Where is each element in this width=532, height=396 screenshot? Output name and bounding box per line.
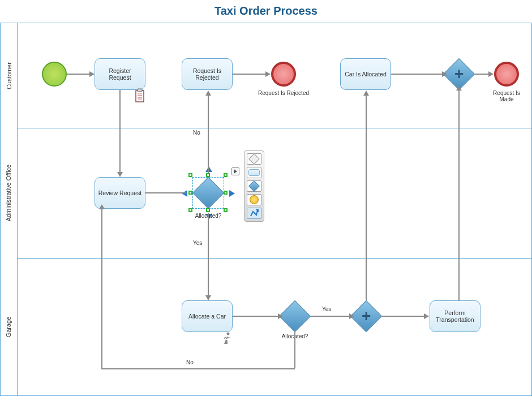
arrowhead [424,313,429,319]
resize-handle-ne[interactable] [224,173,228,177]
smart-connector-option[interactable] [247,208,261,219]
plus-icon: + [362,308,371,324]
gateway-shape-icon [248,153,260,165]
end-event-made[interactable] [494,62,519,87]
selection-handles [188,173,228,213]
resize-handle-e[interactable] [224,191,228,195]
arrowhead [89,71,95,77]
arrowhead [205,295,211,300]
task-shape-icon [248,169,260,176]
resize-handle-s[interactable] [206,208,210,212]
task-request-rejected[interactable]: Request Is Rejected [182,58,233,90]
resize-handle-n[interactable] [206,173,210,177]
edge-fork-carallocated [366,96,367,300]
gateway-allocated-2[interactable] [279,300,311,333]
lane-garage: Garage [1,258,18,396]
arrowhead [205,91,211,96]
task-label: Allocate a Car [188,313,226,320]
edge-no-rejected [208,96,209,173]
task-car-allocated[interactable]: Car Is Allocated [340,58,391,90]
svg-point-6 [227,333,230,335]
event-shape-icon [250,195,259,204]
plus-icon: + [454,66,464,82]
task-register-request[interactable]: Register Request [95,58,145,90]
connector-arrow-n[interactable] [205,166,212,172]
end-event-made-label: Request Is Made [488,90,525,102]
end-event-rejected-label: Request Is Rejected [252,90,315,96]
lane-divider-1 [18,128,531,128]
task-label: Request Is Rejected [185,67,230,81]
smart-gateway-filled-option[interactable] [247,180,261,192]
edge-no2-seg1 [294,332,295,368]
gateway-filled-icon [248,180,260,192]
task-allocate-car[interactable]: Allocate a Car [182,300,233,332]
resize-handle-sw[interactable] [188,208,192,212]
edge-carallocated-merge [391,74,443,75]
arrowhead [99,204,105,209]
edge-register-review [119,90,121,173]
task-perform-transportation[interactable]: Perform Transportation [430,300,480,332]
arrowhead [363,91,369,96]
resize-handle-se[interactable] [224,208,228,212]
arrowhead [349,313,354,319]
arrowhead [278,313,283,319]
arrowhead [265,71,271,77]
connector-arrow-e[interactable] [229,190,235,197]
edge-yes-label-1: Yes [193,240,202,246]
edge-no-label: No [193,130,200,136]
arrowhead [456,85,462,91]
edge-no2-label: No [186,359,194,365]
arrowhead [442,71,447,77]
smart-event-option[interactable] [247,194,261,205]
gateway-parallel-fork[interactable]: + [350,300,383,333]
task-label: Register Request [97,67,143,81]
edge-yes-allocate [208,213,209,296]
lane-divider-2 [18,258,531,259]
edge-no2-seg3 [101,209,102,369]
edge-review-gateway1 [145,192,186,193]
start-event[interactable] [42,62,67,87]
lane-customer-label: Customer [6,62,12,89]
svg-rect-1 [138,89,142,92]
edge-rejectedtask-endrejected [233,74,267,75]
edge-transport-merge [458,90,460,300]
edge-yes-label-2: Yes [322,306,331,312]
diagram-title: Taxi Order Process [0,5,532,18]
lane-admin: Administrative Office [1,128,18,258]
edge-fork-transport [382,316,425,317]
lane-admin-label: Administrative Office [6,165,12,222]
edge-start-register [67,74,91,75]
svg-rect-0 [136,91,144,102]
arrowhead [488,71,494,77]
lane-garage-label: Garage [6,317,12,338]
arrowhead [117,172,123,177]
play-icon [234,169,237,174]
smart-gateway-option[interactable] [247,153,261,165]
resize-handle-w[interactable] [188,191,192,195]
arrow-icon [250,209,259,217]
end-event-rejected[interactable] [271,62,296,87]
selection-outline [192,177,224,209]
edge-gateway2-fork [311,316,350,317]
edge-merge-endmade [475,74,490,75]
bpmn-diagram-canvas[interactable]: Customer Administrative Office Garage Re… [0,23,532,396]
play-button[interactable] [231,167,239,175]
lane-customer: Customer [1,23,18,128]
resize-handle-nw[interactable] [188,173,192,177]
clipboard-icon [134,88,145,103]
running-person-icon [220,332,234,345]
task-label: Perform Transportation [432,309,478,323]
smart-shape-panel[interactable] [244,150,264,222]
edge-allocate-gateway2 [233,316,279,317]
task-label: Review Request [98,190,141,196]
task-label: Car Is Allocated [345,71,387,78]
edge-no2-seg2 [101,368,295,369]
smart-task-option[interactable] [247,167,261,178]
connector-arrow-w[interactable] [182,190,187,197]
